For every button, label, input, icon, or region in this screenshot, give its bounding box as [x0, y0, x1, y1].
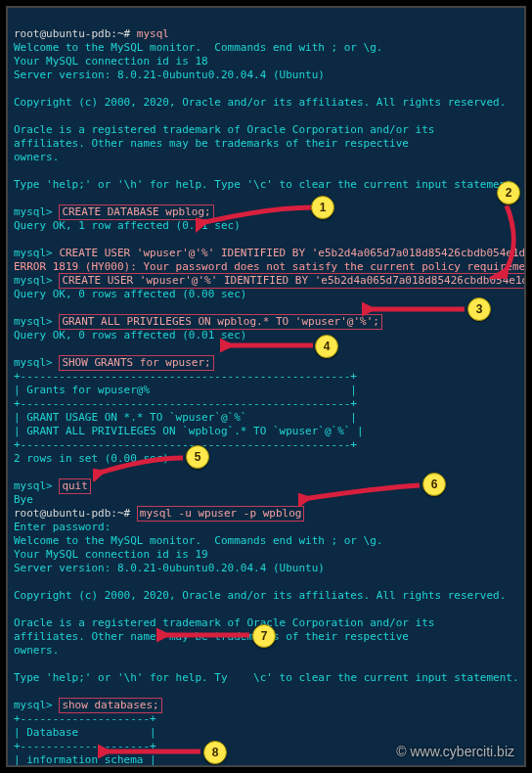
text: | GRANT ALL PRIVILEGES ON `wpblog`.* TO … [14, 425, 364, 437]
shell-prompt: root@ubuntu-pdb:~# [14, 507, 130, 520]
text: affiliates. Other names may be trademark… [14, 137, 409, 150]
text: | information_schema | [14, 753, 156, 766]
text: Query OK, 1 row affected (0.01 sec) [14, 219, 241, 232]
watermark: © www.cyberciti.biz [396, 744, 514, 759]
text: Server version: 8.0.21-0ubuntu0.20.04.4 … [14, 68, 325, 81]
text: | Grants for wpuser@% | [14, 384, 357, 396]
text: Type 'help;' or '\h' for help. Type '\c'… [14, 178, 519, 191]
hl-show-db: show databases; [59, 698, 161, 713]
error-policy: ERROR 1819 (HY000): Your password does n… [14, 260, 526, 273]
cmd-connect2: mysql -u wpuser -p wpblog [140, 507, 302, 520]
text: Server version: 8.0.21-0ubuntu0.20.04.4 … [14, 562, 325, 574]
hl-quit1: quit [59, 478, 91, 494]
text: +--------------------+ [14, 712, 156, 725]
sql-quit1: quit [62, 479, 88, 492]
text: +---------------------------------------… [14, 370, 357, 383]
text: +---------------------------------------… [14, 397, 357, 410]
sql-create-user-bad: CREATE USER 'wpuser'@'%' IDENTIFIED BY '… [59, 247, 526, 259]
terminal-window: root@ubuntu-pdb:~# mysql Welcome to the … [6, 6, 526, 767]
hl-show-grants: SHOW GRANTS for wpuser; [59, 355, 213, 371]
mysql-prompt: mysql> [14, 699, 53, 711]
text: | GRANT USAGE ON *.* TO `wpuser`@`%` | [14, 411, 357, 424]
shell-prompt: root@ubuntu-pdb:~# [14, 27, 130, 40]
mysql-prompt: mysql> [14, 205, 53, 218]
text: Enter password: [14, 521, 111, 533]
hl-grant: GRANT ALL PRIVILEGES ON wpblog.* TO 'wpu… [59, 314, 382, 330]
sql-create-db: CREATE DATABASE wpblog; [62, 205, 210, 218]
text: Your MySQL connection id is 18 [14, 55, 208, 68]
mysql-prompt: mysql> [14, 479, 53, 492]
sql-show-db: show databases; [62, 699, 158, 711]
text: Oracle is a registered trademark of Orac… [14, 123, 434, 136]
text: Your MySQL connection id is 19 [14, 548, 208, 561]
text: Query OK, 0 rows affected (0.00 sec) [14, 288, 246, 300]
sql-grant: GRANT ALL PRIVILEGES ON wpblog.* TO 'wpu… [62, 315, 379, 328]
text: \c' to clear the current input statement… [253, 671, 519, 684]
text: Oracle is a registered trademark of Orac… [14, 616, 434, 629]
text: affiliates. Other names may be trademark… [14, 630, 409, 643]
text: owners. [14, 644, 59, 657]
text: Bye [14, 493, 33, 506]
text: Type 'help;' or '\h' for help. Ty [14, 671, 228, 684]
text: Welcome to the MySQL monitor. Commands e… [14, 41, 383, 54]
text: 2 rows in set (0.00 sec) [14, 452, 169, 465]
mysql-prompt: mysql> [14, 274, 53, 287]
sql-create-user-ok: CREATE USER 'wpuser'@'%' IDENTIFIED BY '… [62, 274, 526, 287]
text: Query OK, 0 rows affected (0.01 sec) [14, 329, 246, 341]
text: Welcome to the MySQL monitor. Commands e… [14, 534, 383, 547]
text: +--------------------+ [14, 740, 156, 752]
text: | Database | [14, 726, 156, 739]
terminal-output: root@ubuntu-pdb:~# mysql Welcome to the … [14, 14, 518, 767]
cmd-mysql: mysql [137, 27, 169, 40]
text: +---------------------------------------… [14, 438, 357, 451]
sql-show-grants: SHOW GRANTS for wpuser; [62, 356, 210, 369]
mysql-prompt: mysql> [14, 247, 53, 259]
text: owners. [14, 151, 59, 163]
hl-create-db: CREATE DATABASE wpblog; [59, 205, 213, 220]
hl-create-user: CREATE USER 'wpuser'@'%' IDENTIFIED BY '… [59, 273, 526, 289]
text: Copyright (c) 2000, 2020, Oracle and/or … [14, 589, 506, 602]
mysql-prompt: mysql> [14, 315, 53, 328]
text: Copyright (c) 2000, 2020, Oracle and/or … [14, 96, 506, 109]
mysql-prompt: mysql> [14, 356, 53, 369]
hl-connect2: mysql -u wpuser -p wpblog [137, 506, 305, 522]
